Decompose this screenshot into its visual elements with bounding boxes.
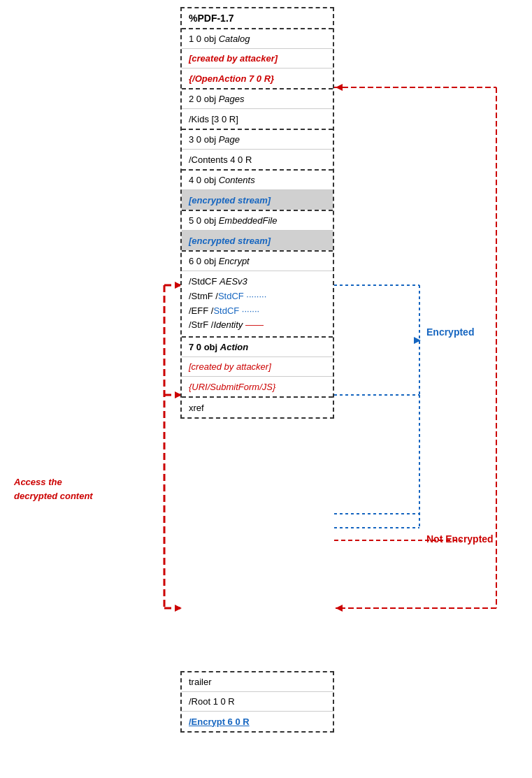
obj4-group: 4 0 obj Contents [encrypted stream] [182, 171, 333, 211]
svg-marker-12 [175, 605, 182, 612]
obj3-title: 3 0 obj Page [182, 130, 333, 150]
obj6-strf: /StrF /Identity —— [189, 318, 264, 333]
obj7-created-by-attacker: [created by attacker] [182, 357, 333, 377]
obj6-eff: /EFF /StdCF ······· [189, 304, 259, 319]
obj2-title: 2 0 obj Pages [182, 89, 333, 109]
obj5-group: 5 0 obj EmbeddedFile [encrypted stream] [182, 211, 333, 252]
trailer-box: trailer /Root 1 0 R /Encrypt 6 0 R [180, 671, 334, 733]
pdf-header: %PDF-1.7 [182, 8, 333, 29]
obj6-title: 6 0 obj Encrypt [182, 252, 333, 271]
pdf-structure: %PDF-1.7 1 0 obj Catalog [created by att… [180, 7, 334, 419]
svg-marker-21 [414, 337, 421, 344]
obj3-contents: /Contents 4 0 R [182, 150, 333, 169]
not-encrypted-label: Not Encrypted [426, 533, 494, 545]
trailer-root: /Root 1 0 R [182, 692, 333, 712]
obj7-uri: {URI/SubmitForm/JS} [182, 377, 333, 396]
obj5-title: 5 0 obj EmbeddedFile [182, 211, 333, 231]
pdf-content: 1 0 obj Catalog [created by attacker] {/… [182, 29, 333, 417]
trailer-title: trailer [182, 672, 333, 692]
trailer-encrypt: /Encrypt 6 0 R [182, 712, 333, 731]
obj1-title: 1 0 obj Catalog [182, 29, 333, 49]
obj2-group: 2 0 obj Pages /Kids [3 0 R] [182, 89, 333, 130]
obj6-group: 6 0 obj Encrypt /StdCF AESv3 /StmF /StdC… [182, 252, 333, 338]
obj7-group: 7 0 obj Action [created by attacker] {UR… [182, 338, 333, 398]
diagram-container: %PDF-1.7 1 0 obj Catalog [created by att… [0, 0, 532, 778]
xref-title: xref [182, 398, 333, 417]
obj5-encrypted-stream: [encrypted stream] [182, 231, 333, 250]
obj1-group: 1 0 obj Catalog [created by attacker] {/… [182, 29, 333, 89]
obj3-group: 3 0 obj Page /Contents 4 0 R [182, 130, 333, 171]
encrypted-label: Encrypted [426, 326, 474, 338]
obj2-kids: /Kids [3 0 R] [182, 109, 333, 129]
obj6-stmf: /StmF /StdCF ········ [189, 289, 266, 304]
obj1-created-by-attacker: [created by attacker] [182, 49, 333, 69]
obj4-title: 4 0 obj Contents [182, 171, 333, 190]
svg-marker-17 [336, 605, 343, 612]
xref-group: xref [182, 398, 333, 417]
access-decrypted-label: Access thedecrypted content [14, 475, 93, 503]
svg-marker-15 [336, 84, 343, 91]
obj6-encrypt-params: /StdCF AESv3 /StmF /StdCF ········ /EFF … [182, 271, 333, 336]
obj6-stdcf: /StdCF AESv3 [189, 275, 247, 289]
obj4-encrypted-stream: [encrypted stream] [182, 190, 333, 210]
obj7-title: 7 0 obj Action [182, 338, 333, 357]
obj1-openaction: {/OpenAction 7 0 R} [182, 69, 333, 88]
